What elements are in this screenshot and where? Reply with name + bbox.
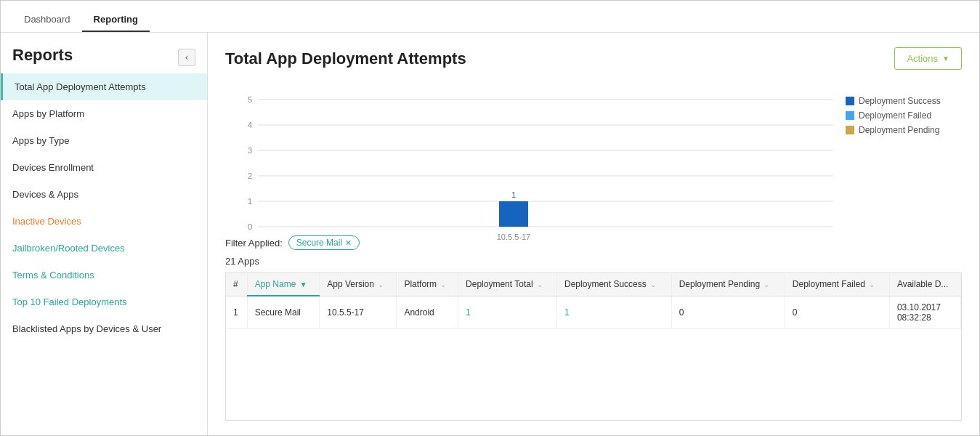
- sidebar-item-terms-conditions[interactable]: Terms & Conditions: [1, 262, 207, 288]
- sidebar-item-total-app-deployment[interactable]: Total App Deployment Attempts: [1, 73, 207, 100]
- sidebar-item-top10-failed[interactable]: Top 10 Failed Deployments: [1, 288, 207, 315]
- table-wrapper: # App Name ▼ App Version ⌄ Platform ⌄: [225, 272, 962, 421]
- col-header-available-date[interactable]: Available D...: [889, 273, 960, 296]
- legend-failed-label: Deployment Failed: [859, 110, 931, 121]
- chart-svg: 0 1 2 3 4 5: [225, 81, 846, 249]
- legend-deployment-failed: Deployment Failed: [846, 110, 962, 121]
- sidebar-collapse-button[interactable]: ‹: [178, 49, 195, 66]
- content-header: Total App Deployment Attempts Actions ▼: [225, 47, 962, 70]
- data-table: # App Name ▼ App Version ⌄ Platform ⌄: [226, 273, 961, 329]
- col-header-deployment-failed[interactable]: Deployment Failed ⌄: [785, 273, 889, 296]
- col-header-deployment-total[interactable]: Deployment Total ⌄: [458, 273, 557, 296]
- cell-platform: Android: [397, 296, 458, 328]
- app-container: Dashboard Reporting Reports ‹ Total App …: [0, 0, 980, 436]
- svg-text:2: 2: [248, 171, 252, 180]
- cell-deployment-total[interactable]: 1: [458, 296, 557, 328]
- sidebar-item-apps-by-type[interactable]: Apps by Type: [1, 127, 207, 154]
- legend-success-label: Deployment Success: [859, 96, 941, 106]
- cell-num: 1: [226, 296, 247, 328]
- cell-deployment-pending: 0: [671, 296, 785, 328]
- sidebar-item-inactive-devices[interactable]: Inactive Devices: [1, 208, 207, 235]
- legend-success-color: [846, 97, 854, 105]
- sidebar-item-blacklisted-apps[interactable]: Blacklisted Apps by Devices & User: [1, 315, 207, 342]
- chart-area: 0 1 2 3 4 5: [225, 81, 962, 228]
- top-nav: Dashboard Reporting: [1, 1, 979, 33]
- sort-icon-platform: ⌄: [440, 280, 446, 288]
- actions-dropdown-icon: ▼: [942, 54, 949, 62]
- chart-legend: Deployment Success Deployment Failed Dep…: [846, 81, 962, 228]
- svg-text:1: 1: [248, 197, 252, 206]
- table-count: 21 Apps: [225, 256, 962, 267]
- legend-pending-color: [846, 126, 854, 134]
- cell-app-version: 10.5.5-17: [320, 296, 397, 328]
- bar-deployment-success: [499, 201, 528, 227]
- sort-icon-app-version: ⌄: [378, 280, 384, 288]
- sidebar-item-devices-apps[interactable]: Devices & Apps: [1, 181, 207, 208]
- svg-text:0: 0: [248, 222, 252, 231]
- svg-text:5: 5: [248, 95, 252, 104]
- sidebar: Reports ‹ Total App Deployment Attempts …: [1, 33, 208, 435]
- tab-reporting[interactable]: Reporting: [82, 8, 150, 32]
- legend-pending-label: Deployment Pending: [859, 125, 939, 135]
- sidebar-header: Reports: [12, 46, 73, 65]
- page-title: Total App Deployment Attempts: [225, 49, 466, 68]
- content-area: Total App Deployment Attempts Actions ▼ …: [208, 33, 979, 435]
- col-header-app-name[interactable]: App Name ▼: [247, 273, 320, 296]
- col-header-deployment-success[interactable]: Deployment Success ⌄: [557, 273, 672, 296]
- svg-text:10.5.5-17: 10.5.5-17: [497, 233, 530, 241]
- col-header-app-version[interactable]: App Version ⌄: [320, 273, 397, 296]
- legend-failed-color: [846, 111, 854, 120]
- svg-text:1: 1: [511, 190, 516, 199]
- chart-main: 0 1 2 3 4 5: [225, 81, 846, 228]
- col-header-platform[interactable]: Platform ⌄: [397, 273, 458, 296]
- cell-available-date: 03.10.201708:32:28: [889, 296, 960, 328]
- svg-text:3: 3: [248, 146, 252, 155]
- actions-button[interactable]: Actions ▼: [894, 47, 962, 70]
- tab-dashboard[interactable]: Dashboard: [12, 8, 82, 32]
- cell-deployment-failed: 0: [785, 296, 889, 328]
- sidebar-item-devices-enrollment[interactable]: Devices Enrollment: [1, 154, 207, 181]
- sort-icon-deployment-total: ⌄: [537, 280, 543, 288]
- table-header-row: # App Name ▼ App Version ⌄ Platform ⌄: [226, 273, 961, 296]
- legend-deployment-pending: Deployment Pending: [846, 125, 962, 135]
- svg-text:4: 4: [248, 121, 252, 129]
- table-row: 1 Secure Mail 10.5.5-17 Android 1 1 0 0 …: [226, 296, 961, 328]
- sidebar-item-apps-by-platform[interactable]: Apps by Platform: [1, 100, 207, 127]
- col-header-deployment-pending[interactable]: Deployment Pending ⌄: [671, 273, 785, 296]
- sort-icon-deployment-failed: ⌄: [869, 280, 875, 288]
- sort-icon-app-name: ▼: [300, 280, 307, 288]
- cell-deployment-success[interactable]: 1: [557, 296, 672, 328]
- sidebar-nav: Total App Deployment Attempts Apps by Pl…: [1, 73, 207, 342]
- sort-icon-deployment-success: ⌄: [650, 280, 656, 288]
- col-header-num[interactable]: #: [226, 273, 247, 296]
- legend-deployment-success: Deployment Success: [846, 96, 962, 106]
- cell-app-name: Secure Mail: [247, 296, 320, 328]
- sidebar-item-jailbroken-rooted[interactable]: Jailbroken/Rooted Devices: [1, 235, 207, 262]
- main-area: Reports ‹ Total App Deployment Attempts …: [1, 33, 979, 435]
- sort-icon-deployment-pending: ⌄: [764, 280, 769, 288]
